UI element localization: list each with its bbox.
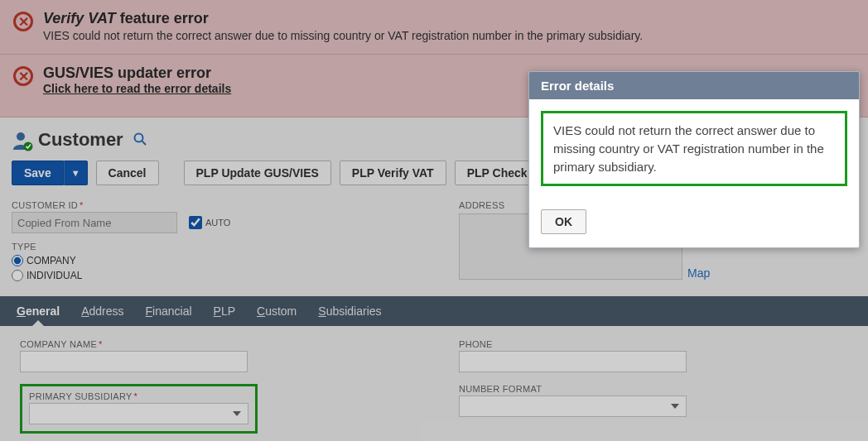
error-details-modal: Error details VIES could not return the … [528,71,860,248]
primary-subsidiary-label: PRIMARY SUBSIDIARY* [29,391,248,401]
type-block: TYPE COMPANY INDIVIDUAL [12,242,409,281]
error-content: Verify VAT feature error VIES could not … [43,10,855,42]
save-button[interactable]: Save [12,161,64,185]
tab-custom[interactable]: Custom [257,296,297,326]
modal-title: Error details [529,72,859,99]
ok-button[interactable]: OK [541,209,586,234]
number-format-select[interactable] [459,395,687,417]
auto-checkbox[interactable] [189,216,202,229]
customer-icon [12,130,31,150]
svg-line-3 [142,141,146,145]
type-individual-label: INDIVIDUAL [27,270,82,281]
error-icon: ✕ [13,66,33,86]
customer-id-row: AUTO [12,212,409,233]
plp-verify-button[interactable]: PLP Verify VAT [340,161,446,185]
modal-message: VIES could not return the correct answer… [541,111,847,186]
company-name-group: COMPANY NAME* [20,339,409,372]
tab-col-right: PHONE NUMBER FORMAT [459,339,848,434]
error-title-prefix: Verify VAT [43,10,116,26]
phone-label: PHONE [459,339,848,349]
number-format-label: NUMBER FORMAT [459,384,848,394]
tab-bar: General Address Financial PLP Custom Sub… [0,296,868,326]
search-icon[interactable] [133,132,147,148]
save-split-button: Save ▼ [12,161,88,185]
type-radio-individual[interactable] [12,270,23,281]
modal-footer: OK [529,209,859,247]
tab-col-left: COMPANY NAME* PRIMARY SUBSIDIARY* [20,339,409,434]
type-radio-company[interactable] [12,255,23,266]
save-dropdown-button[interactable]: ▼ [64,161,88,185]
form-col-left: CUSTOMER ID* AUTO TYPE COMPANY INDIVIDUA… [12,200,409,281]
required-mark: * [80,200,84,210]
type-radio-company-row: COMPANY [12,255,409,266]
tab-body-general: COMPANY NAME* PRIMARY SUBSIDIARY* PHONE … [12,326,856,441]
type-radio-individual-row: INDIVIDUAL [12,270,409,281]
customer-id-input[interactable] [12,212,177,233]
error-title: Verify VAT feature error [43,10,855,27]
customer-id-label: CUSTOMER ID* [12,200,409,210]
svg-point-2 [134,133,142,141]
tab-subsidiaries[interactable]: Subsidiaries [318,296,381,326]
required-mark: * [99,339,103,349]
map-link[interactable]: Map [687,266,710,280]
error-icon: ✕ [13,12,33,31]
tab-address[interactable]: Address [81,296,123,326]
tab-financial[interactable]: Financial [146,296,192,326]
error-title-suffix: feature error [116,10,209,26]
tab-general[interactable]: General [17,296,60,326]
tab-plp[interactable]: PLP [214,296,235,326]
required-mark: * [134,391,138,401]
svg-point-0 [17,132,25,141]
primary-subsidiary-select[interactable] [29,403,248,424]
error-details-link[interactable]: Click here to read the error details [43,82,231,95]
primary-subsidiary-highlight: PRIMARY SUBSIDIARY* [20,384,258,434]
auto-label: AUTO [205,218,230,228]
phone-input[interactable] [459,351,687,372]
cancel-button[interactable]: Cancel [96,161,159,185]
company-name-input[interactable] [20,351,248,372]
type-label: TYPE [12,242,409,252]
error-banner-verify-vat: ✕ Verify VAT feature error VIES could no… [0,0,868,55]
company-name-label: COMPANY NAME* [20,339,409,349]
page-title: Customer [38,129,123,151]
plp-update-button[interactable]: PLP Update GUS/VIES [184,161,331,185]
number-format-group: NUMBER FORMAT [459,384,848,417]
phone-group: PHONE [459,339,848,372]
chevron-down-icon [233,411,241,416]
auto-checkbox-wrap: AUTO [189,216,230,229]
error-subtext: VIES could not return the correct answer… [43,29,855,42]
modal-body: VIES could not return the correct answer… [529,99,859,209]
type-company-label: COMPANY [27,255,76,266]
chevron-down-icon [671,404,679,409]
